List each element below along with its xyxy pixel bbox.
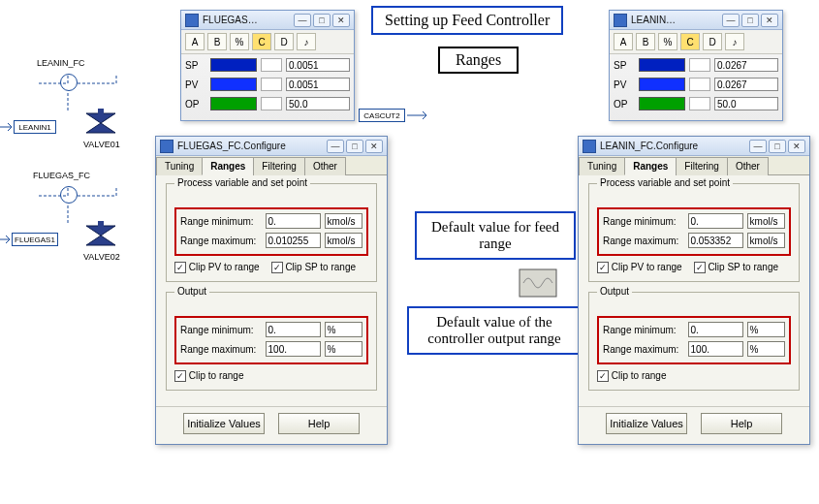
tool-percent[interactable]: % (658, 33, 677, 50)
tab-filtering[interactable]: Filtering (253, 157, 305, 175)
tool-c[interactable]: C (680, 33, 700, 50)
tool-note[interactable]: ♪ (725, 33, 744, 50)
tab-filtering[interactable]: Filtering (676, 157, 728, 175)
faceplate-fluegas-title: FLUEGAS… (203, 15, 290, 25)
out-min-unit[interactable]: % (747, 322, 785, 337)
max-button[interactable]: □ (769, 140, 786, 153)
min-button[interactable]: — (294, 14, 311, 27)
tab-tuning[interactable]: Tuning (579, 157, 625, 175)
close-button[interactable]: ✕ (365, 140, 383, 153)
pv-min-unit[interactable]: kmol/s (325, 213, 362, 229)
dialog-leanin-title: LEANIN_FC.Configure (600, 141, 745, 151)
valve01-label: VALVE01 (83, 140, 120, 149)
pv-min-input[interactable]: 0. (688, 213, 743, 229)
close-button[interactable]: ✕ (761, 14, 778, 27)
clip-out-checkbox[interactable]: ✓ (597, 370, 609, 382)
tool-b[interactable]: B (207, 33, 227, 50)
app-icon (160, 140, 173, 153)
help-button[interactable]: Help (278, 413, 360, 434)
help-button[interactable]: Help (701, 413, 782, 434)
clip-sp-checkbox[interactable]: ✓ (694, 262, 706, 273)
tab-other[interactable]: Other (727, 157, 769, 175)
tool-c[interactable]: C (252, 33, 271, 50)
min-button[interactable]: — (749, 140, 767, 153)
svg-rect-1 (98, 221, 104, 229)
out-max-unit[interactable]: % (747, 341, 785, 357)
dialog-fluegas-configure[interactable]: FLUEGAS_FC.Configure — □ ✕ Tuning Ranges… (155, 136, 388, 445)
out-max-label: Range maximum: (603, 344, 684, 355)
arrow-fluegas1-in (0, 233, 39, 246)
clip-pv-label: Clip PV to range (612, 262, 682, 272)
sp-value[interactable]: 0.0267 (714, 58, 778, 72)
faceplate-leanin[interactable]: LEANIN… — □ ✕ A B % C D ♪ SP 0.0267 PV 0… (609, 10, 783, 121)
tool-note[interactable]: ♪ (297, 33, 316, 50)
out-max-label: Range maximum: (180, 344, 262, 355)
pv-max-unit[interactable]: kmol/s (747, 233, 785, 248)
max-button[interactable]: □ (346, 140, 363, 153)
dialog-leanin-configure[interactable]: LEANIN_FC.Configure — □ ✕ Tuning Ranges … (578, 136, 810, 445)
max-button[interactable]: □ (741, 14, 759, 27)
pv-min-unit[interactable]: kmol/s (747, 213, 785, 229)
op-value[interactable]: 50.0 (286, 97, 350, 110)
clip-pv-checkbox[interactable]: ✓ (174, 262, 186, 273)
min-button[interactable]: — (722, 14, 740, 27)
pv-label: PV (614, 79, 635, 90)
sp-value[interactable]: 0.0051 (286, 58, 350, 72)
initialize-values-button[interactable]: Initialize Values (183, 413, 265, 434)
out-max-unit[interactable]: % (325, 341, 362, 357)
faceplate-fluegas-titlebar[interactable]: FLUEGAS… — □ ✕ (181, 11, 354, 30)
pv-min-label: Range minimum: (603, 216, 684, 227)
pv-value[interactable]: 0.0051 (286, 78, 350, 91)
min-button[interactable]: — (327, 140, 344, 153)
group-pv-sp-title: Process variable and set point (174, 177, 310, 188)
faceplate-leanin-titlebar[interactable]: LEANIN… — □ ✕ (610, 11, 782, 30)
tab-ranges[interactable]: Ranges (624, 157, 677, 175)
faceplate-fluegas[interactable]: FLUEGAS… — □ ✕ A B % C D ♪ SP 0.0051 PV … (180, 10, 355, 121)
dialog-leanin-titlebar[interactable]: LEANIN_FC.Configure — □ ✕ (579, 137, 809, 156)
close-button[interactable]: ✕ (332, 14, 350, 27)
tool-a[interactable]: A (614, 33, 633, 50)
valve02[interactable] (81, 221, 120, 250)
sp-swatch (639, 58, 685, 72)
op-label: OP (185, 99, 206, 110)
tab-tuning[interactable]: Tuning (156, 157, 203, 175)
pv-max-input[interactable]: 0.053352 (688, 233, 743, 248)
group-output: Output Range minimum: 0. % Range maximum… (588, 292, 800, 391)
out-min-unit[interactable]: % (325, 322, 362, 337)
clip-pv-checkbox[interactable]: ✓ (597, 262, 609, 273)
tool-a[interactable]: A (185, 33, 205, 50)
op-swatch (210, 97, 257, 110)
valve02-label: VALVE02 (83, 252, 120, 262)
out-min-input[interactable]: 0. (266, 322, 321, 337)
fluegas-fc-label: FLUEGAS_FC (33, 171, 90, 180)
heater-block[interactable] (514, 262, 562, 304)
op-value[interactable]: 50.0 (714, 97, 778, 110)
tool-d[interactable]: D (274, 33, 294, 50)
tab-other[interactable]: Other (304, 157, 346, 175)
pv-max-input[interactable]: 0.010255 (266, 233, 321, 248)
group-output-title: Output (597, 286, 632, 297)
sp-label: SP (614, 60, 635, 71)
dialog-fluegas-titlebar[interactable]: FLUEGAS_FC.Configure — □ ✕ (156, 137, 387, 156)
tool-d[interactable]: D (703, 33, 722, 50)
clip-sp-checkbox[interactable]: ✓ (271, 262, 283, 273)
valve01[interactable] (81, 109, 120, 138)
tool-b[interactable]: B (636, 33, 655, 50)
tool-percent[interactable]: % (230, 33, 249, 50)
out-max-input[interactable]: 100. (266, 341, 321, 357)
initialize-values-button[interactable]: Initialize Values (606, 413, 687, 434)
tab-ranges[interactable]: Ranges (202, 157, 254, 175)
callout-output-range: Default value of the controller output r… (407, 306, 582, 355)
clip-out-checkbox[interactable]: ✓ (174, 370, 186, 382)
out-min-input[interactable]: 0. (688, 322, 743, 337)
close-button[interactable]: ✕ (788, 140, 805, 153)
out-max-input[interactable]: 100. (688, 341, 743, 357)
pv-min-input[interactable]: 0. (266, 213, 321, 229)
op-label: OP (614, 99, 635, 110)
page-subtitle: Ranges (438, 47, 519, 74)
out-min-label: Range minimum: (603, 325, 684, 335)
pv-max-unit[interactable]: kmol/s (325, 233, 362, 248)
max-button[interactable]: □ (313, 14, 331, 27)
pv-value[interactable]: 0.0267 (714, 78, 778, 91)
op-swatch (639, 97, 685, 110)
